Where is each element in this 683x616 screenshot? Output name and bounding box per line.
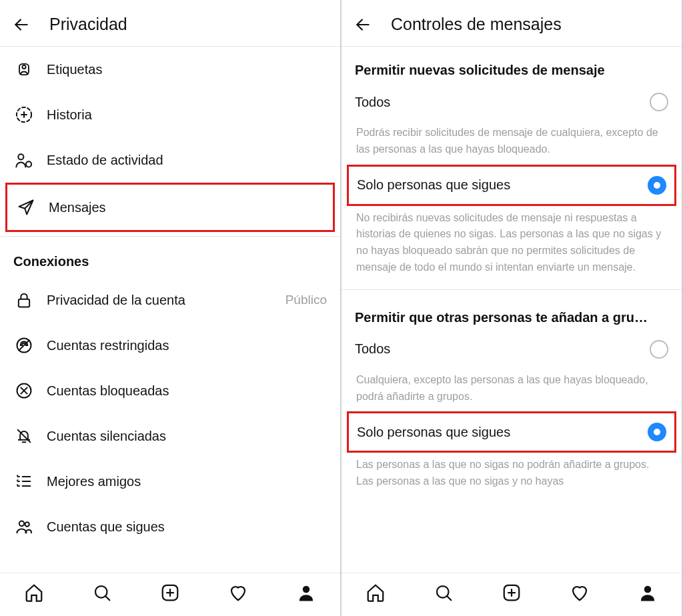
item-label: Cuentas bloqueadas [47,383,327,399]
item-tags[interactable]: Etiquetas [0,47,340,92]
messages-icon [15,197,37,218]
svg-rect-9 [19,299,29,307]
arrow-left-icon [354,16,372,33]
option-description: No recibirás nuevas solicitudes de mensa… [342,206,682,283]
svg-point-23 [303,586,310,593]
option-label: Todos [355,95,650,110]
svg-point-6 [18,154,23,159]
option-only-following-requests[interactable]: Solo personas que sigues [349,167,674,204]
svg-point-17 [25,522,29,526]
back-button[interactable] [354,15,372,34]
page-title: Controles de mensajes [391,15,562,34]
radio-unchecked[interactable] [650,340,668,359]
nav-home[interactable] [364,581,387,604]
header: Privacidad [0,0,340,47]
item-label: Cuentas restringidas [47,338,327,353]
settings-list: Etiquetas Historia Estado de actividad M… [0,47,340,573]
item-activity-status[interactable]: Estado de actividad [0,137,340,183]
highlight-messages: Mensajes [5,183,335,232]
nav-search[interactable] [91,581,113,604]
radio-unchecked[interactable] [650,93,668,111]
svg-point-30 [644,586,652,593]
item-story[interactable]: Historia [0,92,340,137]
item-label: Cuentas silenciadas [47,429,327,444]
item-following[interactable]: Cuentas que sigues [0,504,340,549]
radio-checked[interactable] [648,423,666,441]
option-everyone-requests[interactable]: Todos [342,83,682,121]
item-messages[interactable]: Mensajes [7,185,333,230]
divider [0,236,340,237]
nav-create[interactable] [159,581,181,604]
option-everyone-groups[interactable]: Todos [342,331,682,368]
item-blocked[interactable]: Cuentas bloqueadas [0,368,340,413]
item-label: Etiquetas [47,62,327,77]
blocked-icon [13,380,35,401]
tags-icon [13,59,35,80]
arrow-left-icon [13,16,30,33]
following-icon [13,516,35,537]
option-description: Podrás recibir solicitudes de mensaje de… [342,121,682,165]
item-label: Cuentas que sigues [47,519,327,535]
bottom-nav [342,573,682,616]
activity-icon [13,149,35,171]
highlight-only-following-groups: Solo personas que sigues [347,411,676,453]
close-friends-icon [13,471,35,492]
muted-icon [13,425,35,447]
nav-create[interactable] [500,581,523,604]
header: Controles de mensajes [342,0,682,47]
bottom-nav [0,573,340,616]
privacy-screen: Privacidad Etiquetas Historia Estado de … [0,0,342,616]
nav-search[interactable] [432,581,455,604]
svg-point-7 [26,161,31,167]
item-restricted[interactable]: Cuentas restringidas [0,323,340,368]
item-label: Mensajes [49,200,319,215]
svg-line-26 [447,596,451,600]
option-label: Solo personas que sigues [357,177,648,193]
story-icon [13,104,35,125]
section-head-groups: Permitir que otras personas te añadan a … [342,294,682,331]
nav-home[interactable] [23,581,45,604]
section-connections: Conexiones [0,241,340,277]
item-label: Mejores amigos [47,474,327,489]
option-label: Todos [355,341,650,357]
option-description: Las personas a las que no sigas no podrá… [342,453,682,497]
page-title: Privacidad [49,15,127,34]
section-head-requests: Permitir nuevas solicitudes de mensaje [342,47,682,83]
item-label: Estado de actividad [47,153,327,168]
svg-point-2 [22,65,25,69]
back-button[interactable] [12,15,31,34]
options-list: Permitir nuevas solicitudes de mensaje T… [342,47,682,573]
highlight-only-following-requests: Solo personas que sigues [347,165,676,206]
radio-checked[interactable] [648,176,666,195]
svg-point-16 [19,521,24,526]
item-account-privacy[interactable]: Privacidad de la cuenta Público [0,277,340,323]
item-close-friends[interactable]: Mejores amigos [0,459,340,504]
restricted-icon [13,335,35,356]
item-muted[interactable]: Cuentas silenciadas [0,413,340,459]
item-label: Privacidad de la cuenta [47,293,285,308]
item-label: Historia [47,107,327,123]
divider [342,289,682,290]
option-only-following-groups[interactable]: Solo personas que sigues [349,413,674,451]
nav-activity[interactable] [227,581,249,604]
nav-profile[interactable] [636,581,659,604]
item-meta: Público [285,293,327,307]
option-description: Cualquiera, excepto las personas a las q… [342,368,682,412]
option-label: Solo personas que sigues [357,425,648,440]
nav-profile[interactable] [295,581,317,604]
message-controls-screen: Controles de mensajes Permitir nuevas so… [342,0,683,616]
svg-line-19 [105,596,109,600]
nav-activity[interactable] [568,581,591,604]
lock-icon [13,289,35,311]
